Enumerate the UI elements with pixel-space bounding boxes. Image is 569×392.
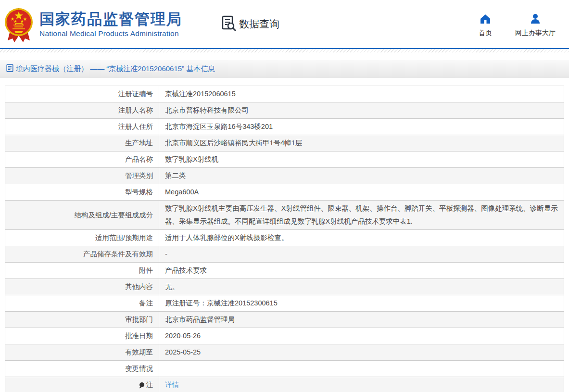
table-row: 有效期至2025-05-25 [5,344,564,361]
national-emblem-logo [4,5,34,43]
data-query-entry[interactable]: 数据查询 [220,14,279,34]
row-label: 变更情况 [5,361,159,377]
row-value [159,361,564,377]
home-icon [480,13,491,26]
row-value: 数字乳腺X射线机主要由高压发生器、X射线管组件、限束器、机架、操作台、脚踏开关、… [159,201,564,229]
nav-item-home[interactable]: 首页 [479,13,492,38]
table-row: 注册证编号京械注准20152060615 [5,86,564,102]
table-row: 其他内容无。 [5,279,564,295]
nav-item-service-hall[interactable]: 网上办事大厅 [515,13,556,38]
row-value: 北京市普标特科技有限公司 [159,102,564,118]
row-value: 2025-05-25 [159,344,564,360]
table-row: 管理类别第二类 [5,168,564,184]
table-row: 生产地址北京市顺义区后沙峪镇裕民大街甲1号4幢1层 [5,135,564,152]
table-row: 审批部门北京市药品监督管理局 [5,312,564,328]
row-label: 附件 [5,263,159,278]
row-label: 有效期至 [5,344,159,360]
row-value: 京械注准20152060615 [159,86,564,102]
data-query-label: 数据查询 [239,17,279,31]
top-nav: 首页 网上办事大厅 [479,13,556,38]
breadcrumb-bar: 境内医疗器械（注册） —— “京械注准20152060615” 基本信息 [0,60,569,78]
row-value: 详情 [159,377,564,392]
row-label: 管理类别 [5,168,159,184]
table-row: 结构及组成/主要组成成分数字乳腺X射线机主要由高压发生器、X射线管组件、限束器、… [5,201,564,230]
row-label: 产品储存条件及有效期 [5,246,159,262]
site-title: 国家药品监督管理局 [39,11,182,28]
row-value: 北京市顺义区后沙峪镇裕民大街甲1号4幢1层 [159,135,564,151]
row-value: 第二类 [159,168,564,184]
table-row: 型号规格Mega600A [5,184,564,201]
row-label: 注册人名称 [5,102,159,118]
national-emblem-icon [4,5,34,43]
page-document-icon [6,64,13,74]
table-row: 注册人名称北京市普标特科技有限公司 [5,102,564,119]
row-value: 2020-05-26 [159,328,564,344]
table-row: 变更情况 [5,361,564,377]
table-row: 附件产品技术要求 [5,263,564,279]
row-value: 北京市海淀区玉泉路16号343楼201 [159,119,564,135]
row-label: 备注 [5,295,159,311]
info-table: 注册证编号京械注准20152060615注册人名称北京市普标特科技有限公司注册人… [5,86,564,392]
row-label: 注册证编号 [5,86,159,102]
row-value: 产品技术要求 [159,263,564,278]
row-label: 批准日期 [5,328,159,344]
page-title: 境内医疗器械（注册） —— “京械注准20152060615” 基本信息 [16,64,215,74]
header-hatch-strip [0,49,569,52]
row-label: 产品名称 [5,152,159,167]
table-row: 注册人住所北京市海淀区玉泉路16号343楼201 [5,119,564,135]
table-row: 产品储存条件及有效期- [5,246,564,263]
document-search-icon [220,14,237,34]
table-row: 产品名称数字乳腺X射线机 [5,152,564,168]
table-row: 注详情 [5,377,564,392]
row-value: Mega600A [159,184,564,200]
row-label: 注册人住所 [5,119,159,135]
site-subtitle: National Medical Products Administration [39,29,182,38]
row-value: 适用于人体乳腺部位的X射线摄影检查。 [159,230,564,246]
row-label: 适用范围/预期用途 [5,230,159,246]
nav-item-home-label: 首页 [479,29,492,38]
table-row: 批准日期2020-05-26 [5,328,564,344]
nav-item-service-hall-label: 网上办事大厅 [515,29,556,38]
row-value: 北京市药品监督管理局 [159,312,564,328]
row-value: 无。 [159,279,564,295]
page: 国家药品监督管理局 National Medical Products Admi… [0,0,569,392]
bulb-icon [139,382,145,389]
row-value: 原注册证号：京械注准20152300615 [159,295,564,311]
row-label: 生产地址 [5,135,159,151]
table-row: 备注原注册证号：京械注准20152300615 [5,295,564,312]
row-label: 其他内容 [5,279,159,295]
row-value: 数字乳腺X射线机 [159,152,564,167]
row-label: 审批部门 [5,312,159,328]
site-header: 国家药品监督管理局 National Medical Products Admi… [0,0,569,48]
row-label: 结构及组成/主要组成成分 [5,201,159,229]
detail-link[interactable]: 详情 [165,379,179,392]
row-value: - [159,246,564,262]
user-icon [530,13,541,26]
brand-text: 国家药品监督管理局 National Medical Products Admi… [39,11,182,38]
row-label: 注 [5,377,159,392]
table-row: 适用范围/预期用途适用于人体乳腺部位的X射线摄影检查。 [5,230,564,246]
row-label: 型号规格 [5,184,159,200]
